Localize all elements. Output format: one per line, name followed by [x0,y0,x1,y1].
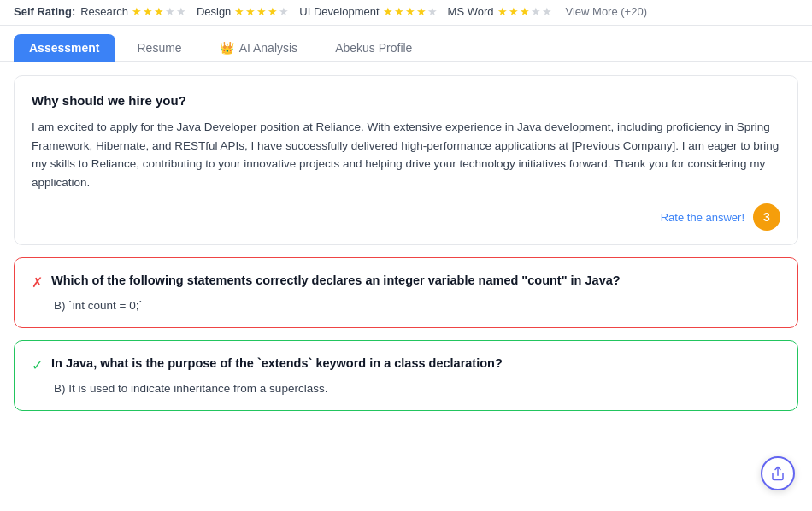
star: ★ [542,5,552,18]
skill-research: Research [80,5,128,18]
skill-design: Design [197,5,231,18]
star: ★ [520,5,530,18]
question-card-header-2: ✓ In Java, what is the purpose of the `e… [32,356,780,373]
tab-assessment-label: Assessment [29,41,100,55]
star: ★ [132,5,142,18]
rating-group-ui-dev: UI Development ★ ★ ★ ★ ★ [299,5,437,18]
skill-ui-development: UI Development [299,5,379,18]
star: ★ [416,5,427,18]
stars-research: ★ ★ ★ ★ ★ [132,5,186,18]
star: ★ [234,5,244,18]
question-text-1: Which of the following statements correc… [51,273,621,287]
tab-resume[interactable]: Resume [122,34,197,62]
view-more-button[interactable]: View More (+20) [566,5,648,18]
main-content: Why should we hire you? I am excited to … [0,62,812,411]
tab-abekus-profile[interactable]: Abekus Profile [320,34,427,62]
self-rating-label: Self Rating: [14,5,75,18]
star: ★ [383,5,393,18]
star: ★ [427,5,438,18]
answer-card-footer: Rate the answer! 3 [32,203,780,231]
question-text-2: In Java, what is the purpose of the `ext… [51,356,503,370]
star: ★ [268,5,278,18]
answer-card: Why should we hire you? I am excited to … [14,75,798,245]
question-card-correct: ✓ In Java, what is the purpose of the `e… [14,340,798,411]
answer-card-text: I am excited to apply for the Java Devel… [32,118,780,191]
tab-ai-analysis[interactable]: 👑 AI Analysis [204,34,313,62]
crown-icon: 👑 [220,41,234,55]
tabs-container: Assessment Resume 👑 AI Analysis Abekus P… [0,26,812,62]
incorrect-icon: ✗ [32,274,43,291]
share-icon [770,466,786,481]
tab-abekus-profile-label: Abekus Profile [335,41,412,55]
star: ★ [176,5,186,18]
star: ★ [143,5,153,18]
rate-answer-label: Rate the answer! [661,211,744,224]
rating-group-design: Design ★ ★ ★ ★ ★ [197,5,289,18]
stars-design: ★ ★ ★ ★ ★ [234,5,289,18]
star: ★ [279,5,289,18]
star: ★ [509,5,519,18]
stars-ui-dev: ★ ★ ★ ★ ★ [383,5,438,18]
self-rating-bar: Self Rating: Research ★ ★ ★ ★ ★ Design ★… [0,0,812,26]
question-card-incorrect: ✗ Which of the following statements corr… [14,257,798,328]
question-card-header: ✗ Which of the following statements corr… [32,273,780,291]
rate-badge[interactable]: 3 [753,203,780,231]
tab-resume-label: Resume [138,41,182,55]
rating-group-msword: MS Word ★ ★ ★ ★ ★ [448,5,552,18]
star: ★ [245,5,256,18]
stars-ms-word: ★ ★ ★ ★ ★ [497,5,552,18]
star: ★ [154,5,164,18]
star: ★ [531,5,541,18]
correct-icon: ✓ [32,357,43,373]
question-answer-1: B) `int count = 0;` [54,299,780,312]
star: ★ [165,5,175,18]
answer-card-question: Why should we hire you? [32,93,780,108]
fab-button[interactable] [761,456,795,490]
star: ★ [394,5,404,18]
rating-group-research: Research ★ ★ ★ ★ ★ [80,5,186,18]
question-answer-2: B) It is used to indicate inheritance fr… [54,382,780,395]
skill-ms-word: MS Word [448,5,494,18]
star: ★ [497,5,508,18]
tab-assessment[interactable]: Assessment [14,34,115,62]
tab-ai-analysis-label: AI Analysis [239,41,297,55]
star: ★ [405,5,415,18]
star: ★ [256,5,267,18]
